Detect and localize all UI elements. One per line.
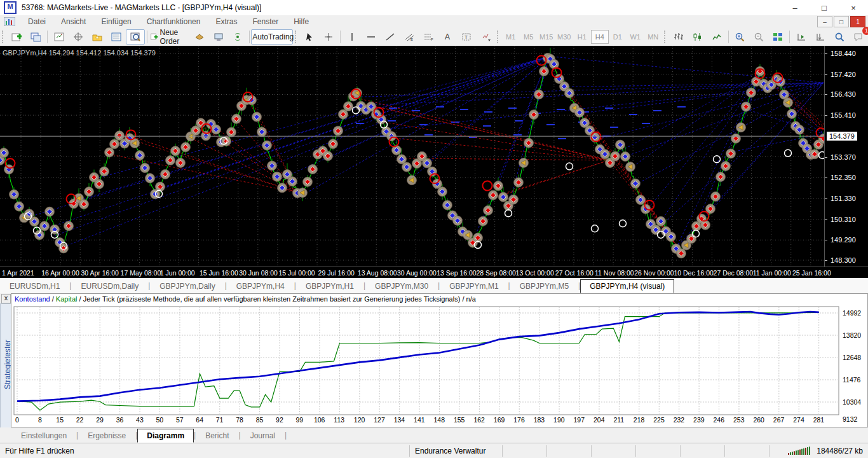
notifications-button[interactable]: 1: [849, 29, 868, 45]
data-window-button[interactable]: [107, 29, 126, 45]
tester-y-label: 9132: [843, 415, 857, 423]
child-restore-button[interactable]: □: [834, 16, 849, 27]
cursor-button[interactable]: [300, 29, 319, 45]
equidistant-channel-button[interactable]: E: [400, 29, 419, 45]
chart-profiles-button[interactable]: [26, 29, 45, 45]
text-label-button[interactable]: T: [457, 29, 476, 45]
bar-chart-button[interactable]: [669, 29, 688, 45]
tester-chart-canvas[interactable]: [11, 294, 868, 416]
vertical-line-icon: [347, 32, 357, 42]
timeframe-h4-button[interactable]: H4: [591, 30, 609, 44]
strategy-tester-button[interactable]: [126, 29, 145, 45]
text-button[interactable]: A: [438, 29, 457, 45]
tester-tab-bericht[interactable]: Bericht: [196, 429, 238, 443]
vertical-line-button[interactable]: [342, 29, 362, 45]
menu-item-5[interactable]: Fenster: [245, 16, 287, 27]
fibonacci-button[interactable]: F: [419, 29, 438, 45]
tester-graph-panel: Kontostand / Kapital / Jeder Tick (präzi…: [11, 293, 868, 427]
chart-tab-7[interactable]: GBPJPYm,M5: [510, 279, 578, 293]
tester-x-label: 260: [753, 416, 764, 424]
history-center-button[interactable]: [190, 29, 209, 45]
status-help-text: Für Hilfe F1 drücken: [0, 445, 410, 457]
horizontal-line-icon: [366, 32, 376, 42]
tester-x-label: 253: [733, 416, 745, 424]
chart-tab-6[interactable]: GBPJPYm,M1: [440, 279, 508, 293]
chart-tab-5[interactable]: GBPJPYm,M30: [365, 279, 438, 293]
tester-x-label: 120: [354, 416, 365, 424]
horizontal-line-button[interactable]: [362, 29, 381, 45]
menu-item-4[interactable]: Extras: [208, 16, 245, 27]
line-chart-button[interactable]: [707, 29, 726, 45]
market-watch-icon: [54, 32, 64, 42]
autotrading-button[interactable]: AutoTrading: [251, 29, 293, 45]
status-empty-cell: [503, 445, 547, 457]
time-axis-label: 30 Jun 08:00: [239, 269, 278, 277]
status-traffic-cell: 184486/27 kb: [770, 445, 868, 457]
tester-tab-einstellungen[interactable]: Einstellungen: [11, 429, 76, 443]
trendline-button[interactable]: [381, 29, 400, 45]
notification-count-button[interactable]: 1: [850, 16, 865, 27]
market-watch-button[interactable]: [50, 29, 69, 45]
timeframe-m15-button[interactable]: M15: [538, 30, 555, 44]
timeframe-d1-button[interactable]: D1: [609, 30, 627, 44]
timeframe-m1-button[interactable]: M1: [502, 30, 520, 44]
tester-tab-diagramm[interactable]: Diagramm: [137, 429, 194, 443]
status-empty-cell: [725, 445, 770, 457]
tester-x-label: 148: [434, 416, 445, 424]
tester-x-label: 64: [196, 416, 203, 424]
arrows-icon: [480, 32, 491, 42]
search-button[interactable]: [830, 29, 849, 45]
tester-x-label: 169: [494, 416, 505, 424]
signals-button[interactable]: [228, 29, 247, 45]
zoom-out-button[interactable]: [749, 29, 768, 45]
timeframe-h1-button[interactable]: H1: [573, 30, 591, 44]
new-order-label: Neue Order: [160, 28, 188, 46]
chart-tab-2[interactable]: GBPJPYm,Daily: [150, 279, 224, 293]
menu-item-1[interactable]: Ansicht: [53, 16, 93, 27]
chart-tab-8[interactable]: GBPJPYm,H4 (visual): [580, 279, 674, 293]
time-axis-label: 30 Apr 16:00: [81, 269, 119, 277]
metaeditor-button[interactable]: [209, 29, 228, 45]
time-axis-label: 1 Apr 2021: [2, 269, 34, 277]
timeframe-m30-button[interactable]: M30: [555, 30, 573, 44]
arrows-button[interactable]: [476, 29, 495, 45]
menu-item-6[interactable]: Hilfe: [286, 16, 316, 27]
tester-x-label: 274: [793, 416, 804, 424]
maximize-button[interactable]: □: [810, 0, 839, 15]
chart-tab-4[interactable]: GBPJPYm,H1: [296, 279, 363, 293]
crosshair-button[interactable]: [319, 29, 338, 45]
time-axis-label: 26 Nov 00:00: [634, 269, 674, 277]
tester-tab-journal[interactable]: Journal: [241, 429, 285, 443]
zoom-in-button[interactable]: [730, 29, 749, 45]
chart-shift-button[interactable]: [792, 29, 811, 45]
tester-x-label: 15: [56, 416, 64, 424]
menu-item-0[interactable]: Datei: [20, 16, 53, 27]
new-chart-button[interactable]: [7, 29, 26, 45]
tester-close-button[interactable]: x: [1, 294, 11, 303]
price-chart-canvas[interactable]: [0, 46, 824, 267]
strategy-tester-panel: x Strategietester Kontostand / Kapital /…: [0, 293, 868, 443]
timeframe-w1-button[interactable]: W1: [627, 30, 644, 44]
new-order-button[interactable]: Neue Order: [149, 29, 189, 45]
chart-tab-3[interactable]: GBPJPYm,H4: [227, 279, 294, 293]
minimize-button[interactable]: –: [780, 0, 810, 15]
menu-item-3[interactable]: Chartfunktionen: [139, 16, 208, 27]
tester-tab-ergebnisse[interactable]: Ergebnisse: [78, 429, 135, 443]
close-button[interactable]: ×: [839, 0, 868, 15]
chart-tab-0[interactable]: EURUSDm,H1: [0, 279, 69, 293]
tile-windows-button[interactable]: [768, 29, 787, 45]
tester-x-label: 36: [116, 416, 124, 424]
timeframe-mn-button[interactable]: MN: [644, 30, 662, 44]
timeframe-m5-button[interactable]: M5: [520, 30, 538, 44]
favorites-icon: [92, 32, 102, 42]
menu-item-2[interactable]: Einfügen: [93, 16, 139, 27]
favorites-button[interactable]: [88, 29, 107, 45]
notification-badge: 1: [862, 27, 868, 35]
child-minimize-button[interactable]: –: [817, 16, 832, 27]
candlesticks-button[interactable]: [688, 29, 707, 45]
auto-scroll-button[interactable]: [811, 29, 830, 45]
navigator-button[interactable]: [69, 29, 88, 45]
chart-tab-1[interactable]: EURUSDm,Daily: [71, 279, 148, 293]
tester-y-label: 12648: [843, 354, 861, 361]
tester-y-label: 14992: [843, 309, 861, 317]
